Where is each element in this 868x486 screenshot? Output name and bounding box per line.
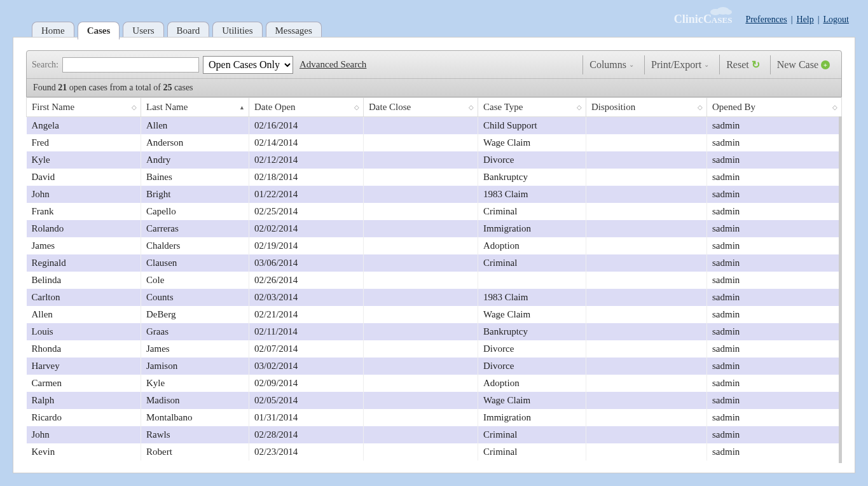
- cell-first: Fred: [27, 134, 141, 151]
- cell-open: 03/02/2014: [249, 358, 364, 375]
- cell-last: DeBerg: [141, 306, 249, 323]
- cell-disp: [586, 220, 707, 237]
- cell-close: [364, 203, 478, 220]
- cell-close: [364, 117, 478, 135]
- cases-table: First Name◇Last Name▲Date Open◇Date Clos…: [26, 97, 842, 461]
- cell-close: [364, 306, 478, 323]
- table-row[interactable]: KevinRobert02/23/2014Criminalsadmin: [27, 443, 842, 461]
- cell-disp: [586, 272, 707, 289]
- cell-type: Criminal: [478, 254, 586, 272]
- table-row[interactable]: RalphMadison02/05/2014Wage Claimsadmin: [27, 392, 842, 409]
- print-export-button[interactable]: Print/Export ⌄: [644, 55, 715, 74]
- tab-cases[interactable]: Cases: [78, 22, 120, 39]
- reset-button-label: Reset: [726, 59, 749, 71]
- table-row[interactable]: RicardoMontalbano01/31/2014Immigrationsa…: [27, 409, 842, 426]
- column-header-disposition[interactable]: Disposition◇: [586, 98, 707, 117]
- cell-by: sadmin: [707, 358, 842, 375]
- chevron-down-icon: ⌄: [704, 61, 709, 68]
- cell-disp: [586, 117, 707, 135]
- table-row[interactable]: FredAnderson02/14/2014Wage Claimsadmin: [27, 134, 842, 151]
- cell-close: [364, 409, 478, 426]
- table-row[interactable]: CarmenKyle02/09/2014Adoptionsadmin: [27, 375, 842, 392]
- table-row[interactable]: LouisGraas02/11/2014Bankruptcysadmin: [27, 323, 842, 340]
- cell-type: Criminal: [478, 426, 586, 443]
- logout-link[interactable]: Logout: [823, 15, 849, 25]
- cell-first: James: [27, 237, 141, 254]
- column-header-opened-by[interactable]: Opened By◇: [707, 98, 842, 117]
- filter-select[interactable]: Open Cases Only: [203, 56, 293, 74]
- reset-button[interactable]: Reset ↻: [719, 55, 766, 74]
- column-header-date-open[interactable]: Date Open◇: [249, 98, 364, 117]
- chevron-down-icon: ⌄: [629, 61, 634, 68]
- table-row[interactable]: CarltonCounts02/03/20141983 Claimsadmin: [27, 289, 842, 306]
- cell-disp: [586, 203, 707, 220]
- result-summary: Found 21 open cases from a total of 25 c…: [27, 78, 841, 97]
- cell-last: James: [141, 340, 249, 358]
- cell-first: David: [27, 169, 141, 186]
- table-header-row: First Name◇Last Name▲Date Open◇Date Clos…: [27, 98, 842, 117]
- table-row[interactable]: AngelaAllen02/16/2014Child Supportsadmin: [27, 117, 842, 135]
- cell-disp: [586, 443, 707, 461]
- cell-type: Wage Claim: [478, 392, 586, 409]
- cell-last: Robert: [141, 443, 249, 461]
- cell-disp: [586, 375, 707, 392]
- cell-first: Frank: [27, 203, 141, 220]
- cell-open: 01/31/2014: [249, 409, 364, 426]
- cell-close: [364, 220, 478, 237]
- column-header-last-name[interactable]: Last Name▲: [141, 98, 249, 117]
- table-row[interactable]: DavidBaines02/18/2014Bankruptcysadmin: [27, 169, 842, 186]
- cell-last: Capello: [141, 203, 249, 220]
- table-row[interactable]: ReginaldClausen03/06/2014Criminalsadmin: [27, 254, 842, 272]
- cell-by: sadmin: [707, 169, 842, 186]
- table-row[interactable]: BelindaCole02/26/2014sadmin: [27, 272, 842, 289]
- cell-disp: [586, 323, 707, 340]
- column-header-first-name[interactable]: First Name◇: [27, 98, 141, 117]
- preferences-link[interactable]: Preferences: [745, 15, 787, 25]
- new-case-button[interactable]: New Case +: [770, 55, 836, 74]
- cell-by: sadmin: [707, 186, 842, 203]
- column-header-case-type[interactable]: Case Type◇: [478, 98, 586, 117]
- cell-open: 02/16/2014: [249, 117, 364, 135]
- cell-type: Divorce: [478, 358, 586, 375]
- column-header-date-close[interactable]: Date Close◇: [364, 98, 478, 117]
- table-row[interactable]: JohnRawls02/28/2014Criminalsadmin: [27, 426, 842, 443]
- cell-disp: [586, 392, 707, 409]
- sort-icon: ◇: [469, 104, 474, 111]
- cell-first: Allen: [27, 306, 141, 323]
- cell-type: Bankruptcy: [478, 323, 586, 340]
- help-link[interactable]: Help: [797, 15, 814, 25]
- refresh-icon: ↻: [752, 59, 760, 71]
- cell-last: Carreras: [141, 220, 249, 237]
- cell-by: sadmin: [707, 254, 842, 272]
- scrollbar[interactable]: [839, 116, 842, 463]
- cell-open: 02/07/2014: [249, 340, 364, 358]
- cell-by: sadmin: [707, 134, 842, 151]
- cell-by: sadmin: [707, 426, 842, 443]
- search-input[interactable]: [62, 57, 199, 73]
- cell-first: Louis: [27, 323, 141, 340]
- cell-close: [364, 272, 478, 289]
- cell-last: Counts: [141, 289, 249, 306]
- cell-close: [364, 134, 478, 151]
- print-export-label: Print/Export: [651, 59, 701, 71]
- cell-last: Jamison: [141, 358, 249, 375]
- cell-close: [364, 443, 478, 461]
- table-row[interactable]: AllenDeBerg02/21/2014Wage Claimsadmin: [27, 306, 842, 323]
- cell-open: 02/11/2014: [249, 323, 364, 340]
- table-row[interactable]: JohnBright01/22/20141983 Claimsadmin: [27, 186, 842, 203]
- svg-point-2: [724, 10, 732, 15]
- columns-button[interactable]: Columns ⌄: [582, 55, 640, 74]
- cell-disp: [586, 409, 707, 426]
- cell-close: [364, 186, 478, 203]
- cell-open: 02/14/2014: [249, 134, 364, 151]
- table-row[interactable]: RhondaJames02/07/2014Divorcesadmin: [27, 340, 842, 358]
- table-row[interactable]: FrankCapello02/25/2014Criminalsadmin: [27, 203, 842, 220]
- cell-disp: [586, 306, 707, 323]
- cell-type: Wage Claim: [478, 134, 586, 151]
- table-row[interactable]: JamesChalders02/19/2014Adoptionsadmin: [27, 237, 842, 254]
- table-row[interactable]: KyleAndry02/12/2014Divorcesadmin: [27, 151, 842, 169]
- table-row[interactable]: RolandoCarreras02/02/2014Immigrationsadm…: [27, 220, 842, 237]
- advanced-search-link[interactable]: Advanced Search: [300, 59, 366, 70]
- cell-disp: [586, 151, 707, 169]
- table-row[interactable]: HarveyJamison03/02/2014Divorcesadmin: [27, 358, 842, 375]
